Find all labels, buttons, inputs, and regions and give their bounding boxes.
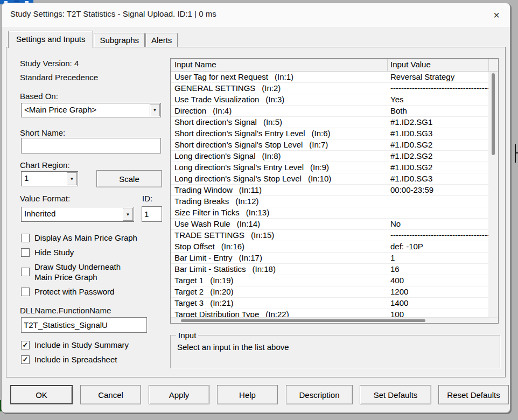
chevron-down-icon[interactable]: ▼: [123, 208, 133, 221]
table-row[interactable]: Direction(In:4) Both: [171, 106, 488, 117]
checkbox[interactable]: ✓: [21, 355, 30, 364]
checkbox-row[interactable]: Hide Study: [21, 247, 161, 257]
checkbox[interactable]: [21, 248, 30, 257]
input-value-cell: ----------------------------------------…: [388, 83, 488, 94]
checkbox-row[interactable]: ✓ Include in Spreadsheet: [21, 354, 161, 365]
table-row[interactable]: Short direction's Signal's Entry Level(I…: [171, 128, 488, 139]
input-name-cell: Short direction's Signal's Stop Level(In…: [171, 139, 388, 150]
tab[interactable]: Alerts: [145, 33, 178, 47]
action-button[interactable]: Set Defaults: [360, 385, 431, 404]
action-button[interactable]: Apply: [149, 385, 209, 404]
based-on-select[interactable]: <Main Price Graph> ▼: [21, 103, 161, 117]
table-row[interactable]: Bar Limit - Statistics(In:18) 16: [171, 264, 488, 275]
input-value-cell: [388, 196, 488, 207]
horizontal-scrollbar[interactable]: [171, 317, 498, 323]
input-name-text: Long direction's Signal's Stop Level: [174, 174, 302, 183]
option-checkboxes: Display As Main Price Graph Hide Study D…: [21, 233, 161, 301]
table-row[interactable]: Long direction's Signal's Stop Level(In:…: [171, 173, 488, 185]
id-input[interactable]: [142, 206, 162, 222]
table-body: User Tag for next Request(In:1) Reversal…: [171, 72, 498, 317]
input-number-text: (In:20): [210, 287, 233, 296]
input-number-text: (In:8): [262, 151, 281, 160]
vertical-scrollbar-thumb[interactable]: [492, 73, 495, 155]
precedence-label: Standard Precedence: [20, 73, 98, 82]
input-number-text: (In:10): [308, 174, 331, 183]
title-bar[interactable]: Study Settings: T2T Statistics - Signal …: [2, 3, 510, 27]
close-icon[interactable]: ×: [488, 7, 505, 23]
input-name-cell: Long direction's Signal(In:8): [171, 151, 388, 162]
column-header-input-name[interactable]: Input Name: [171, 59, 388, 71]
vertical-scrollbar[interactable]: [488, 72, 498, 317]
input-value-cell: 400: [388, 275, 488, 286]
dll-function-label: DLLName.FunctionName: [20, 306, 111, 315]
table-row[interactable]: Short direction's Signal(In:5) #1.ID2.SG…: [171, 117, 488, 128]
input-number-text: (In:7): [309, 140, 328, 149]
input-name-cell: Stop Offset(In:16): [171, 241, 388, 252]
action-button[interactable]: OK: [10, 385, 73, 404]
action-button[interactable]: Reset Defaults: [438, 385, 509, 404]
input-number-text: (In:15): [251, 230, 274, 240]
input-number-text: (In:12): [235, 197, 258, 206]
input-number-text: (In:1): [275, 72, 293, 81]
checkbox-label: Protect with Password: [34, 286, 114, 297]
input-name-cell: TRADE SETTINGS(In:15): [171, 230, 388, 241]
checkbox-label: Display As Main Price Graph: [34, 233, 137, 243]
input-name-text: Short direction's Signal's Entry Level: [174, 129, 305, 138]
summary-checkboxes: ✓ Include in Study Summary ✓ Include in …: [21, 340, 161, 369]
scale-button[interactable]: Scale: [96, 170, 162, 187]
input-name-cell: Target 1(In:19): [171, 275, 388, 286]
table-row[interactable]: Size Filter in Ticks(In:13): [171, 207, 488, 219]
column-header-input-value[interactable]: Input Value: [388, 59, 489, 71]
input-name-text: Use Wash Rule: [174, 219, 230, 228]
checkbox-label: Include in Study Summary: [34, 340, 129, 350]
study-settings-dialog: Study Settings: T2T Statistics - Signal …: [1, 3, 510, 413]
input-value-cell: Both: [388, 106, 488, 116]
table-row[interactable]: Bar Limit - Entry(In:17) 1: [171, 253, 488, 264]
input-group-message: Select an input in the list above: [177, 342, 289, 352]
short-name-input[interactable]: [21, 138, 161, 153]
table-row[interactable]: Short direction's Signal's Stop Level(In…: [171, 139, 488, 151]
table-row[interactable]: Target 1(In:19) 400: [171, 275, 488, 286]
checkbox-row[interactable]: ✓ Include in Study Summary: [21, 340, 161, 350]
action-button[interactable]: Description: [286, 385, 353, 404]
chevron-down-icon[interactable]: ▼: [150, 104, 160, 116]
tab[interactable]: Settings and Inputs: [8, 31, 93, 48]
table-row[interactable]: Trading Breaks(In:12): [171, 196, 488, 207]
checkbox[interactable]: [21, 288, 30, 296]
table-row[interactable]: Target Distribution Type(In:22) 100: [171, 309, 488, 317]
table-row[interactable]: TRADE SETTINGS(In:15) ------------------…: [171, 230, 488, 241]
inputs-table: Input Name Input Value User Tag for next…: [170, 58, 499, 324]
table-row[interactable]: Use Wash Rule(In:14) No: [171, 219, 488, 230]
input-value-cell: 1200: [388, 286, 488, 297]
table-row[interactable]: Use Trade Visualization(In:3) Yes: [171, 94, 488, 106]
input-value-cell: Yes: [388, 94, 488, 105]
table-row[interactable]: Long direction's Signal(In:8) #1.ID2.SG2: [171, 151, 488, 162]
checkbox[interactable]: [21, 234, 30, 242]
input-value-cell: #1.ID2.SG2: [388, 151, 488, 162]
checkbox[interactable]: [21, 268, 30, 276]
table-row[interactable]: Target 3(In:21) 1400: [171, 298, 488, 309]
dll-function-input[interactable]: [21, 317, 147, 333]
horizontal-scrollbar-thumb[interactable]: [181, 319, 425, 322]
checkbox-row[interactable]: Display As Main Price Graph: [21, 233, 161, 243]
checkbox-row[interactable]: Draw Study Underneath Main Price Graph: [21, 262, 161, 282]
input-value-cell: #1.ID2.SG1: [388, 117, 488, 128]
input-number-text: (In:18): [253, 264, 276, 274]
action-button[interactable]: Cancel: [80, 385, 141, 404]
tab[interactable]: Subgraphs: [94, 33, 145, 47]
chevron-down-icon[interactable]: ▼: [67, 172, 77, 185]
table-row[interactable]: Target 2(In:20) 1200: [171, 286, 488, 298]
short-name-label: Short Name:: [20, 128, 65, 137]
table-row[interactable]: User Tag for next Request(In:1) Reversal…: [171, 72, 488, 83]
chart-region-value: 1: [22, 172, 66, 186]
checkbox[interactable]: ✓: [21, 341, 30, 349]
chart-region-select[interactable]: 1 ▼: [21, 171, 78, 186]
action-button[interactable]: Help: [217, 385, 278, 404]
value-format-select[interactable]: Inherited ▼: [21, 207, 134, 222]
input-name-cell: Size Filter in Ticks(In:13): [171, 207, 388, 218]
table-row[interactable]: Stop Offset(In:16) def: -10P: [171, 241, 488, 253]
checkbox-row[interactable]: Protect with Password: [21, 286, 161, 297]
table-row[interactable]: Trading Window(In:11) 00:00-23:59: [171, 185, 488, 196]
table-row[interactable]: GENERAL SETTINGS(In:2) -----------------…: [171, 83, 488, 94]
table-row[interactable]: Long direction's Signal's Entry Level(In…: [171, 162, 488, 173]
